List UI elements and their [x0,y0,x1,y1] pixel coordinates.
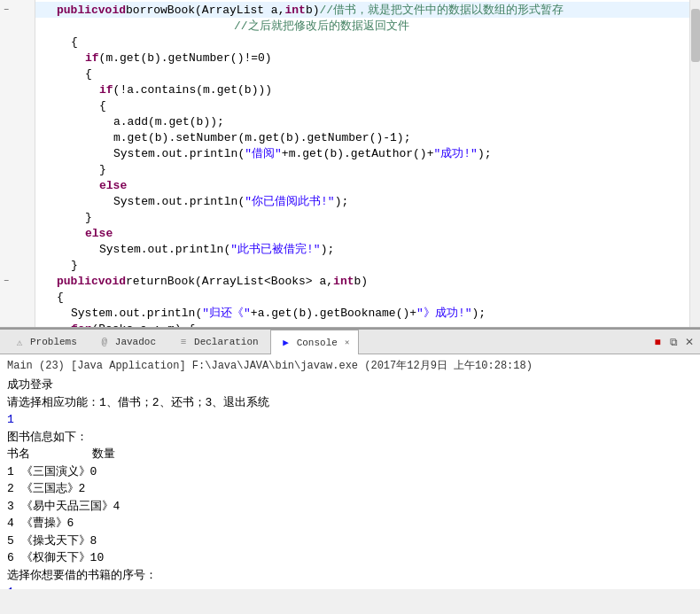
code-line: a.add(m.get(b)); [35,113,689,129]
console-icon: ▶ [280,337,292,349]
code-token: } [85,211,92,224]
code-token: (m.get(b).getNumber()!=0) [99,51,272,65]
code-token: { [85,67,92,81]
code-line: public void returnBook(ArrayList<Books> … [35,273,689,289]
console-line: 选择你想要借的书籍的序号： [7,567,693,585]
code-line: } [35,257,689,273]
code-token: a.add(m.get(b)); [113,115,224,128]
console-line: 4 《曹操》6 [7,515,693,532]
code-token: b) [354,275,368,288]
code-line: for (Books e : m) { [35,321,689,327]
string-token: "你已借阅此书!" [245,193,334,209]
comment: //之后就把修改后的数据返回文件 [234,18,409,34]
tab-declaration[interactable]: ≡ Declaration [167,330,268,354]
code-line: m.get(b).setNumber(m.get(b).getNumber()-… [35,129,689,145]
string-token: "归还《" [202,305,251,321]
code-token: } [71,259,78,272]
code-token: +m.get(b).getAuthor()+ [282,147,434,160]
code-line: } [35,161,689,177]
console-output[interactable]: Main (23) [Java Application] F:\Java\JAV… [0,354,700,589]
stop-button[interactable]: ■ [650,335,665,349]
horizontal-scrollbar[interactable] [0,327,700,328]
tab-problems-label: Problems [30,337,77,347]
console-run-header: Main (23) [Java Application] F:\Java\JAV… [7,358,693,373]
console-line: 6 《权御天下》10 [7,549,693,567]
collapse-icon[interactable]: − [4,5,9,15]
tab-javadoc[interactable]: @ Javadoc [89,330,166,354]
code-token: System.out.println( [113,147,245,160]
console-line: 5 《操戈天下》8 [7,532,693,550]
declaration-icon: ≡ [177,336,190,348]
tab-bar: ⚠ Problems @ Javadoc ≡ Declaration ▶ Con… [0,330,700,354]
code-token: System.out.println( [71,307,202,320]
code-token: +a.get(b).getBookname()+ [251,307,416,320]
string-token: "》成功!" [416,305,471,321]
bottom-panel: ⚠ Problems @ Javadoc ≡ Declaration ▶ Con… [0,328,700,589]
string-token: "此书已被借完!" [230,241,320,257]
code-token: (!a.contains(m.get(b))) [113,83,272,97]
code-line: { [35,97,689,113]
code-token: { [71,35,78,49]
console-line: 1 《三国演义》0 [7,463,693,481]
code-token: ); [321,243,335,256]
keyword: int [333,275,354,288]
code-token: (Books e : m) { [91,323,195,328]
keyword: if [85,51,99,65]
code-line: { [35,66,689,82]
scrollbar-thumb[interactable] [691,9,700,62]
minimize-button[interactable]: ⧉ [666,335,681,349]
collapse-icon-2[interactable]: − [4,276,9,286]
keyword: else [99,179,127,192]
code-token: returnBook(ArrayList<Books> a, [126,275,333,288]
code-token: } [99,163,106,176]
keyword: public [57,4,98,17]
code-token: borrowBook(ArrayList a, [126,4,284,17]
code-line: public void borrowBook(ArrayList a, int … [35,2,689,18]
console-line: 3 《易中天品三国》4 [7,498,693,516]
tab-console-label: Console [297,338,338,348]
console-line-input: 1 [7,411,693,429]
code-content[interactable]: public void borrowBook(ArrayList a, int … [35,0,689,327]
code-line: } [35,209,689,225]
string-token: "成功!" [433,145,477,161]
code-line: { [35,34,689,50]
close-console-button[interactable]: ✕ [682,335,696,349]
code-line: else [35,225,689,241]
keyword: else [85,227,113,240]
tab-problems[interactable]: ⚠ Problems [4,330,87,354]
console-line: 2 《三国志》2 [7,480,693,498]
code-line: else [35,177,689,193]
keyword: public [57,275,98,288]
keyword: void [98,4,126,17]
console-line: 图书信息如下： [7,429,693,447]
code-line: //之后就把修改后的数据返回文件 [35,18,689,34]
code-token: ); [471,307,486,320]
console-line: 书名 数量 [7,446,693,463]
code-line: if (!a.contains(m.get(b))) [35,82,689,97]
keyword: for [71,323,91,328]
comment: //借书，就是把文件中的数据以数组的形式暂存 [319,2,564,18]
tab-javadoc-label: Javadoc [115,337,156,347]
code-line: System.out.println( "此书已被借完!" ); [35,241,689,257]
code-token: ); [335,195,349,208]
code-token: System.out.println( [99,243,230,256]
tab-declaration-label: Declaration [194,337,259,347]
code-line: System.out.println( "借阅" +m.get(b).getAu… [35,145,689,161]
code-line: { [35,289,689,305]
javadoc-icon: @ [98,336,111,348]
keyword: void [98,275,126,288]
code-token: b) [306,4,320,17]
code-token: { [99,99,106,113]
console-line: 成功登录 [7,377,693,394]
main-window: − − [0,0,700,614]
line-gutter: − − [0,0,35,327]
vertical-scrollbar[interactable] [689,0,700,327]
code-line: if (m.get(b).getNumber()!=0) [35,50,689,66]
code-token: ); [478,147,492,160]
string-token: "借阅" [245,145,282,161]
code-token: m.get(b).setNumber(m.get(b).getNumber()-… [113,131,410,144]
code-line: System.out.println( "你已借阅此书!" ); [35,193,689,209]
code-token: System.out.println( [113,195,245,208]
code-line: System.out.println( "归还《" +a.get(b).getB… [35,305,689,321]
tab-console[interactable]: ▶ Console ✕ [270,330,360,354]
